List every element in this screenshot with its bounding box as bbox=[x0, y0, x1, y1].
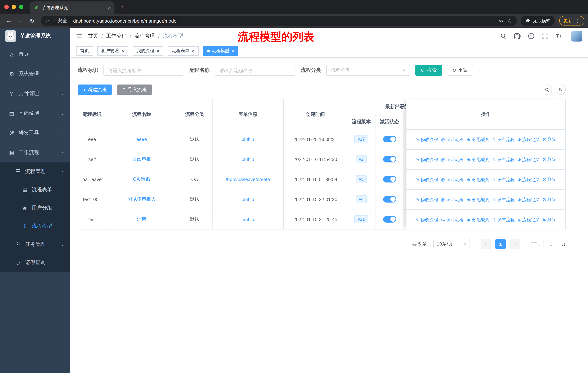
key-icon[interactable] bbox=[498, 18, 504, 24]
action-publish-link[interactable]: ⇧ 发布流程 bbox=[493, 156, 515, 163]
action-design-link[interactable]: ◎ 设计流程 bbox=[441, 136, 463, 143]
category-select[interactable]: 流程分类 ∨ bbox=[326, 65, 410, 76]
breadcrumb-item[interactable]: 流程模型 bbox=[163, 33, 183, 39]
active-toggle[interactable] bbox=[383, 156, 396, 162]
help-icon[interactable] bbox=[527, 33, 535, 40]
sidebar-item[interactable]: ▤ 基础设施 ∨ bbox=[0, 103, 70, 123]
new-tab-button[interactable]: + bbox=[117, 1, 128, 12]
action-definition-link[interactable]: ◈ 流程定义 bbox=[518, 197, 539, 203]
action-assign-link[interactable]: ☻ 分配规则 bbox=[466, 156, 490, 163]
sidebar-logo[interactable]: 芋道管理系统 bbox=[0, 28, 70, 44]
action-delete-link[interactable]: ✖ 删除 bbox=[542, 217, 556, 223]
sidebar-item[interactable]: ✈ 流程模型 bbox=[0, 217, 70, 235]
action-definition-link[interactable]: ◈ 流程定义 bbox=[518, 156, 539, 163]
action-publish-link[interactable]: ⇧ 发布流程 bbox=[493, 197, 515, 203]
menu-dots-icon[interactable]: ⋮ bbox=[575, 18, 580, 24]
tab-close-icon[interactable]: × bbox=[108, 5, 111, 10]
action-edit-link[interactable]: ✎ 修改流程 bbox=[416, 176, 438, 183]
bookmark-star-icon[interactable]: ☆ bbox=[507, 18, 512, 24]
search-icon[interactable] bbox=[500, 33, 507, 40]
active-toggle[interactable] bbox=[383, 136, 396, 142]
tag[interactable]: 我的流程 × bbox=[133, 46, 163, 56]
create-process-button[interactable]: + 新建流程 bbox=[78, 84, 112, 95]
sidebar-item[interactable]: ☻ 用户分组 bbox=[0, 199, 70, 217]
action-edit-link[interactable]: ✎ 修改流程 bbox=[416, 136, 438, 143]
page-1-button[interactable]: 1 bbox=[495, 239, 506, 249]
tag[interactable]: 流程模型 × bbox=[203, 46, 239, 56]
action-design-link[interactable]: ◎ 设计流程 bbox=[441, 156, 463, 163]
action-design-link[interactable]: ◎ 设计流程 bbox=[441, 197, 463, 203]
tag-close-icon[interactable]: × bbox=[157, 48, 159, 53]
action-publish-link[interactable]: ⇧ 发布流程 bbox=[493, 136, 515, 143]
action-delete-link[interactable]: ✖ 删除 bbox=[542, 156, 556, 163]
sidebar-item[interactable]: ¥ 支付管理 ∨ bbox=[0, 84, 70, 103]
toggle-search-button[interactable] bbox=[542, 84, 552, 95]
action-edit-link[interactable]: ✎ 修改流程 bbox=[416, 217, 438, 223]
sidebar-item[interactable]: ☰ 流程管理 ∧ bbox=[0, 162, 70, 181]
process-name-link[interactable]: 测试多审批人 bbox=[127, 196, 156, 202]
process-name-link[interactable]: eeee bbox=[136, 136, 147, 142]
sidebar-item[interactable]: ⌂ 首页 bbox=[0, 44, 70, 64]
forward-button[interactable]: → bbox=[15, 16, 26, 26]
process-name-link[interactable]: 滔博 bbox=[137, 216, 146, 222]
next-page-button[interactable]: › bbox=[510, 239, 520, 249]
form-link[interactable]: biubiu bbox=[242, 197, 254, 202]
action-definition-link[interactable]: ◈ 流程定义 bbox=[518, 176, 539, 183]
browser-tab[interactable]: 芋道管理系统 × bbox=[30, 1, 115, 14]
action-edit-link[interactable]: ✎ 修改流程 bbox=[416, 197, 438, 203]
url-text[interactable]: dashboard.yudao.iocoder.cn/bpm/manager/m… bbox=[73, 18, 495, 23]
page-size-select[interactable]: 10条/页 ∨ bbox=[433, 239, 470, 249]
action-publish-link[interactable]: ⇧ 发布流程 bbox=[493, 217, 515, 223]
action-design-link[interactable]: ◎ 设计流程 bbox=[441, 217, 463, 223]
back-button[interactable]: ← bbox=[4, 16, 14, 26]
sidebar-item[interactable]: ⚐ 任务管理 ∨ bbox=[0, 235, 70, 253]
form-link[interactable]: biubiu bbox=[242, 217, 254, 222]
action-publish-link[interactable]: ⇧ 发布流程 bbox=[493, 176, 515, 183]
form-link[interactable]: biubiu bbox=[242, 156, 254, 162]
action-assign-link[interactable]: ☻ 分配规则 bbox=[466, 136, 490, 143]
tag-close-icon[interactable]: × bbox=[121, 48, 124, 53]
font-size-icon[interactable] bbox=[555, 33, 562, 40]
tag-close-icon[interactable]: × bbox=[232, 48, 235, 53]
process-name-input[interactable] bbox=[215, 65, 295, 76]
window-zoom-button[interactable] bbox=[19, 5, 23, 9]
action-assign-link[interactable]: ☻ 分配规则 bbox=[466, 217, 490, 223]
action-assign-link[interactable]: ☻ 分配规则 bbox=[466, 197, 490, 203]
goto-page-input[interactable] bbox=[544, 239, 558, 249]
sidebar-item[interactable]: ▤ 流程表单 bbox=[0, 181, 70, 199]
process-name-link[interactable]: 自己审批 bbox=[132, 156, 151, 162]
refresh-button[interactable]: ↻ bbox=[556, 84, 566, 95]
form-link[interactable]: /bpm/oa/leave/create bbox=[226, 176, 270, 182]
action-definition-link[interactable]: ◈ 流程定义 bbox=[518, 217, 539, 223]
action-design-link[interactable]: ◎ 设计流程 bbox=[441, 176, 463, 183]
action-assign-link[interactable]: ☻ 分配规则 bbox=[466, 176, 490, 183]
form-link[interactable]: biubiu bbox=[242, 136, 254, 142]
breadcrumb-item[interactable]: 工作流程 bbox=[106, 33, 126, 39]
github-icon[interactable] bbox=[514, 33, 521, 40]
window-close-button[interactable] bbox=[4, 5, 9, 9]
tag[interactable]: 流程表单 × bbox=[168, 46, 199, 56]
import-process-button[interactable]: ↥ 导入流程 bbox=[116, 84, 152, 95]
breadcrumb-item[interactable]: 流程管理 bbox=[135, 33, 155, 39]
window-minimize-button[interactable] bbox=[12, 5, 16, 9]
tag[interactable]: 租户管理 × bbox=[97, 46, 128, 56]
reset-button[interactable]: ↻ 重置 bbox=[447, 65, 473, 76]
sidebar-item[interactable]: ☺ 请假查询 bbox=[0, 253, 70, 272]
active-toggle[interactable] bbox=[383, 216, 396, 222]
sidebar-item[interactable]: ▦ 工作流程 ∧ bbox=[0, 143, 70, 162]
update-button[interactable]: 更新 ⋮ bbox=[559, 16, 584, 26]
tag-close-icon[interactable]: × bbox=[192, 48, 194, 53]
process-id-input[interactable] bbox=[103, 65, 183, 76]
avatar[interactable] bbox=[571, 30, 582, 41]
address-bar[interactable]: ⚠ 不安全 dashboard.yudao.iocoder.cn/bpm/man… bbox=[41, 16, 517, 26]
security-label[interactable]: 不安全 bbox=[53, 18, 67, 24]
tag[interactable]: 首页 bbox=[76, 46, 93, 56]
sidebar-item[interactable]: ⚒ 研发工具 ∨ bbox=[0, 123, 70, 143]
action-definition-link[interactable]: ◈ 流程定义 bbox=[518, 136, 539, 143]
fullscreen-icon[interactable] bbox=[541, 33, 548, 40]
process-name-link[interactable]: OA 请假 bbox=[133, 176, 150, 182]
action-delete-link[interactable]: ✖ 删除 bbox=[542, 176, 556, 183]
hamburger-icon[interactable] bbox=[70, 28, 88, 44]
prev-page-button[interactable]: ‹ bbox=[481, 239, 491, 249]
action-edit-link[interactable]: ✎ 修改流程 bbox=[416, 156, 438, 163]
